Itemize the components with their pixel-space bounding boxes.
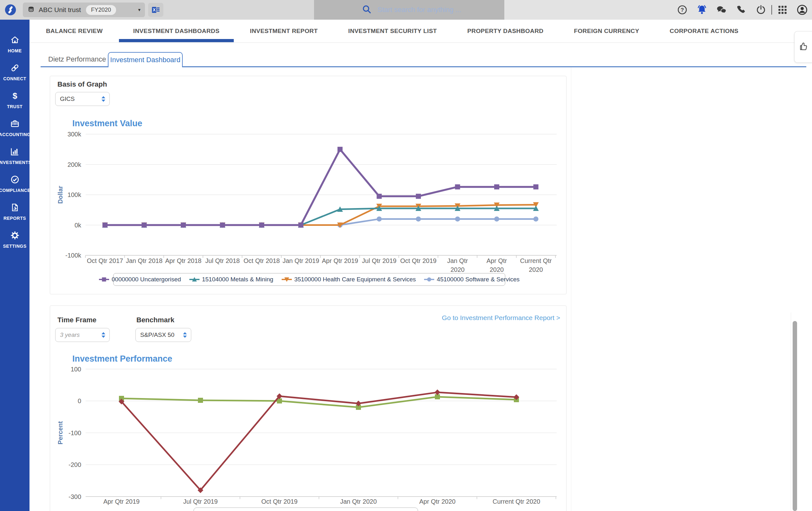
profile-icon[interactable]: [792, 0, 812, 20]
value-chart-legend: 00000000 Uncatergorised15104000 Metals &…: [113, 273, 505, 286]
svg-text:Jul Qtr 2018: Jul Qtr 2018: [205, 257, 240, 264]
svg-text:-100: -100: [68, 429, 81, 436]
tab-property-dashboard[interactable]: PROPERTY DASHBOARD: [467, 20, 543, 42]
topbar-divider: [772, 5, 772, 15]
power-icon[interactable]: [751, 0, 771, 20]
home-icon: [10, 35, 20, 46]
svg-text:$: $: [12, 91, 17, 101]
sidebar-item-investments[interactable]: INVESTMENTS: [0, 142, 29, 170]
svg-text:Jan Qtr2020: Jan Qtr2020: [447, 257, 468, 273]
svg-text:Apr Qtr2020: Apr Qtr2020: [487, 257, 507, 273]
primary-tabs: BALANCE REVIEWINVESTMENT DASHBOARDSINVES…: [29, 20, 812, 42]
thumbs-up-icon: [799, 41, 809, 53]
database-icon: [27, 6, 35, 13]
sidebar-item-label: INVESTMENTS: [0, 160, 31, 165]
sidebar-item-settings[interactable]: SETTINGS: [0, 226, 29, 253]
basis-of-graph-label: Basis of Graph: [57, 80, 107, 88]
legend-label: 00000000 Uncatergorised: [112, 276, 181, 283]
legend-item[interactable]: 00000000 Uncatergorised: [99, 276, 181, 283]
performance-chart-legend: [194, 508, 418, 511]
svg-text:Apr Qtr 2019: Apr Qtr 2019: [104, 498, 140, 505]
tab-dietz-performance[interactable]: Dietz Performance: [48, 55, 106, 63]
basis-of-graph-select[interactable]: GICS: [55, 92, 110, 106]
svg-text:Current Qtr2020: Current Qtr2020: [520, 257, 552, 273]
svg-text:Apr Qtr 2018: Apr Qtr 2018: [165, 257, 202, 264]
sidebar-item-trust[interactable]: $TRUST: [0, 86, 29, 114]
phone-icon[interactable]: [731, 0, 751, 20]
compliance-icon: [10, 175, 20, 186]
svg-text:200k: 200k: [67, 161, 82, 168]
reports-icon: [10, 203, 20, 214]
tab-investment-security-list[interactable]: INVESTMENT SECURITY LIST: [348, 20, 437, 42]
tab-investment-dashboard[interactable]: Investment Dashboard: [108, 52, 183, 67]
svg-text:Current Qtr 2020: Current Qtr 2020: [493, 498, 540, 505]
select-stepper-icon: [183, 332, 187, 338]
sidebar-item-reports[interactable]: REPORTS: [0, 198, 29, 226]
scrollbar[interactable]: [793, 321, 797, 511]
benchmark-label: Benchmark: [136, 316, 174, 324]
benchmark-select[interactable]: S&P/ASX 50: [136, 328, 191, 342]
sidebar-item-label: TRUST: [7, 104, 23, 109]
trust-icon: $: [10, 91, 20, 102]
svg-text:Apr Qtr 2019: Apr Qtr 2019: [322, 257, 358, 264]
time-frame-label: Time Frame: [57, 316, 96, 324]
sidebar-item-accounting[interactable]: ACCOUNTING: [0, 114, 29, 142]
performance-report-link[interactable]: Go to Investment Performance Report >: [412, 314, 560, 322]
svg-text:300k: 300k: [67, 131, 82, 138]
value-chart-title: Investment Value: [72, 119, 142, 129]
connect-icon: [10, 63, 20, 74]
svg-text:Jan Qtr 2019: Jan Qtr 2019: [283, 257, 319, 264]
entity-year-badge: FY2020: [86, 5, 116, 15]
sidebar-item-label: REPORTS: [3, 216, 26, 221]
excel-export-button[interactable]: X: [148, 3, 163, 17]
svg-text:Dollar: Dollar: [57, 186, 64, 204]
svg-text:Jul Qtr 2019: Jul Qtr 2019: [183, 498, 218, 505]
tab-investment-dashboards[interactable]: INVESTMENT DASHBOARDS: [133, 20, 220, 42]
app-screen: ABC Unit trust FY2020 ▾ X Start search f…: [0, 0, 812, 511]
time-frame-select[interactable]: 3 years: [55, 328, 110, 342]
help-icon[interactable]: ?: [672, 0, 692, 20]
sidebar-item-connect[interactable]: CONNECT: [0, 58, 29, 86]
sidebar-item-label: SETTINGS: [3, 244, 26, 249]
legend-label: 15104000 Metals & Mining: [202, 276, 273, 283]
legend-item[interactable]: 35100000 Health Care Equipment & Service…: [282, 276, 416, 283]
legend-item[interactable]: 15104000 Metals & Mining: [190, 276, 273, 283]
svg-text:?: ?: [681, 7, 684, 13]
search-placeholder: Start search for anything ...: [377, 6, 461, 14]
nav-divider: [29, 42, 812, 43]
content-edge-line: [571, 67, 571, 511]
select-stepper-icon: [102, 96, 105, 102]
legend-label: 35100000 Health Care Equipment & Service…: [294, 276, 416, 283]
topbar: ABC Unit trust FY2020 ▾ X Start search f…: [0, 0, 812, 20]
svg-text:-200: -200: [68, 461, 81, 468]
svg-text:Jan Qtr 2018: Jan Qtr 2018: [126, 257, 163, 264]
tab-balance-review[interactable]: BALANCE REVIEW: [46, 20, 103, 42]
sidebar-item-home[interactable]: HOME: [0, 30, 29, 58]
svg-text:Jul Qtr 2019: Jul Qtr 2019: [362, 257, 397, 264]
legend-item[interactable]: 45100000 Software & Services: [424, 276, 520, 283]
tab-investment-report[interactable]: INVESTMENT REPORT: [250, 20, 318, 42]
tab-corporate-actions[interactable]: CORPORATE ACTIONS: [670, 20, 738, 42]
svg-text:Jan Qtr 2020: Jan Qtr 2020: [340, 498, 377, 505]
apps-grid-icon[interactable]: [773, 0, 792, 20]
benchmark-value: S&P/ASX 50: [140, 332, 174, 338]
sidebar-item-compliance[interactable]: COMPLIANCE: [0, 170, 29, 198]
svg-text:0: 0: [78, 397, 81, 404]
tab-foreign-currency[interactable]: FOREIGN CURRENCY: [574, 20, 639, 42]
investment-performance-chart: 1000-100-200-300Apr Qtr 2019Jul Qtr 2019…: [48, 362, 563, 511]
messages-icon[interactable]: [712, 0, 731, 20]
search-icon: [361, 4, 372, 16]
entity-name: ABC Unit trust: [39, 6, 81, 13]
svg-text:-300: -300: [68, 493, 81, 500]
sidebar-item-label: HOME: [8, 48, 22, 53]
entity-selector[interactable]: ABC Unit trust FY2020 ▾: [23, 3, 145, 17]
svg-text:Oct Qtr 2019: Oct Qtr 2019: [400, 257, 437, 264]
notifications-icon[interactable]: [692, 0, 712, 20]
feedback-button[interactable]: [794, 31, 812, 63]
svg-text:100: 100: [71, 366, 81, 373]
accounting-icon: [10, 119, 20, 130]
global-search[interactable]: Start search for anything ...: [361, 0, 461, 20]
svg-text:Oct Qtr 2017: Oct Qtr 2017: [87, 257, 123, 264]
sidebar-item-label: COMPLIANCE: [0, 188, 30, 193]
sidebar: HOMECONNECT$TRUSTACCOUNTINGINVESTMENTSCO…: [0, 20, 29, 511]
